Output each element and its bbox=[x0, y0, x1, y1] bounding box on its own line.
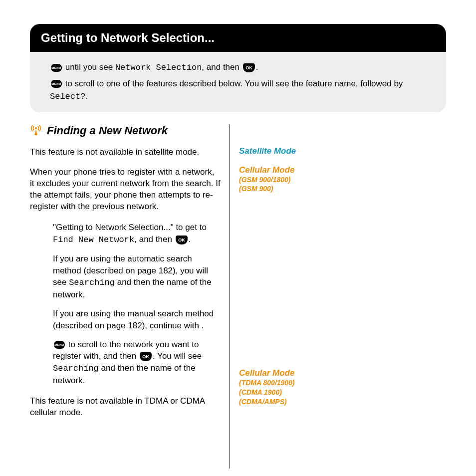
mode-sublabel: (CDMA/AMPS) bbox=[239, 397, 314, 407]
lcd-text: Find New Network bbox=[53, 235, 134, 244]
two-column-layout: Finding a New Network This feature is no… bbox=[30, 124, 446, 469]
spacer bbox=[239, 194, 314, 368]
svg-text:OK: OK bbox=[142, 354, 149, 359]
ok-icon: OK bbox=[176, 236, 188, 244]
svg-text:OK: OK bbox=[178, 238, 185, 242]
ok-icon: OK bbox=[140, 352, 152, 361]
svg-point-1 bbox=[35, 127, 37, 129]
text: . You will see bbox=[153, 351, 202, 361]
svg-text:OK: OK bbox=[245, 65, 252, 70]
text: until you see bbox=[63, 62, 115, 72]
spacer bbox=[239, 156, 314, 165]
left-column: Finding a New Network This feature is no… bbox=[30, 124, 230, 469]
lcd-text: Searching bbox=[69, 278, 115, 287]
step: If you are using the manual search metho… bbox=[53, 308, 221, 332]
cellular-mode-label: Cellular Mode bbox=[239, 165, 314, 175]
step: If you are using the automatic search me… bbox=[53, 253, 221, 301]
mode-sublabel: (GSM 900/1800) bbox=[239, 175, 314, 185]
lcd-text: Searching bbox=[53, 364, 99, 373]
paragraph: When your phone tries to register with a… bbox=[30, 167, 221, 213]
text: If you are using the manual search metho… bbox=[53, 309, 214, 330]
paragraph: This feature is not available in satelli… bbox=[30, 147, 221, 158]
ok-icon: OK bbox=[243, 63, 255, 72]
steps-block: "Getting to Network Selection..." to get… bbox=[53, 222, 221, 387]
intro-box: MENU until you see Network Selection, an… bbox=[30, 52, 446, 112]
paragraph: This feature is not available in TDMA or… bbox=[30, 396, 221, 419]
menu-icon: MENU bbox=[51, 64, 62, 72]
text: "Getting to Network Selection..." to get… bbox=[53, 223, 207, 232]
section-heading: Finding a New Network bbox=[30, 124, 221, 138]
lcd-text: Network Selection bbox=[115, 63, 202, 72]
text: . bbox=[85, 91, 88, 101]
page-title: Getting to Network Selection... bbox=[41, 31, 215, 44]
step: MENU to scroll to the network you want t… bbox=[53, 339, 221, 387]
right-column: Satellite Mode Cellular Mode (GSM 900/18… bbox=[230, 124, 314, 469]
cellular-mode-label: Cellular Mode bbox=[239, 368, 314, 378]
spacer bbox=[239, 124, 314, 146]
text: . bbox=[189, 235, 191, 244]
mode-sublabel: (GSM 900) bbox=[239, 184, 314, 194]
text: . bbox=[202, 321, 204, 330]
intro-line-1: MENU until you see Network Selection, an… bbox=[50, 61, 431, 74]
page: Getting to Network Selection... MENU unt… bbox=[0, 0, 476, 469]
menu-icon: MENU bbox=[51, 80, 62, 88]
intro-line-2: MENU to scroll to one of the features de… bbox=[50, 77, 431, 103]
satellite-mode-label: Satellite Mode bbox=[239, 146, 314, 156]
menu-icon: MENU bbox=[54, 341, 65, 349]
antenna-icon bbox=[30, 124, 42, 138]
text: . bbox=[256, 62, 258, 72]
mode-sublabel: (CDMA 1900) bbox=[239, 388, 314, 397]
text: to scroll to one of the features describ… bbox=[63, 79, 403, 88]
step: "Getting to Network Selection..." to get… bbox=[53, 222, 221, 246]
header-box: Getting to Network Selection... bbox=[30, 24, 446, 52]
text: , and then bbox=[134, 235, 174, 244]
mode-sublabel: (TDMA 800/1900) bbox=[239, 378, 314, 388]
section-title: Finding a New Network bbox=[47, 124, 168, 137]
text: , and then bbox=[202, 62, 241, 72]
lcd-text: Select? bbox=[50, 92, 85, 101]
